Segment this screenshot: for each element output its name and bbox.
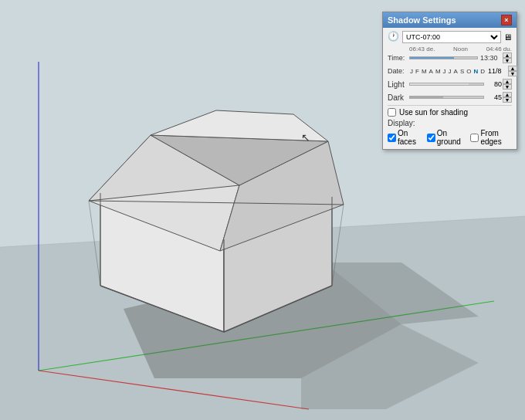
time-spin-up[interactable]: ▲ [503,52,512,58]
clock-icon: 🕐 [388,31,400,43]
use-sun-checkbox[interactable] [388,108,396,117]
light-label: Light [388,80,409,89]
time-label: Time: [388,54,409,62]
month-nov[interactable]: N [473,68,479,75]
svg-line-19 [332,205,344,286]
month-jul[interactable]: J [448,68,452,75]
svg-marker-14 [89,135,239,201]
time-slider[interactable] [409,52,478,63]
on-ground-label: On ground [437,129,465,146]
month-feb[interactable]: F [415,68,420,75]
on-ground-checkbox[interactable] [427,134,435,142]
svg-marker-7 [324,262,479,324]
dark-spinner[interactable]: ▲ ▼ [503,92,512,103]
svg-marker-15 [151,135,328,185]
month-jun[interactable]: J [442,68,447,75]
svg-marker-13 [220,141,344,251]
svg-line-5 [39,301,494,371]
month-mar[interactable]: M [421,68,428,75]
svg-line-18 [89,201,100,286]
time-spin-down[interactable]: ▼ [503,58,512,63]
dark-value: 45 [486,93,502,101]
close-button[interactable]: × [501,15,512,25]
light-spin-down[interactable]: ▼ [503,84,512,90]
cursor: ↖ [301,131,310,144]
svg-marker-1 [0,216,525,420]
dark-row: Dark 45 ▲ ▼ [388,92,512,103]
time-value: 13:30 [480,54,502,62]
on-faces-checkbox[interactable] [388,134,396,142]
svg-line-3 [39,371,309,409]
light-row: Light 80 ▲ ▼ [388,79,512,90]
divider1 [388,105,512,106]
dark-slider[interactable] [409,93,484,101]
time-sublabels: 06:43 de. Noon 04:46 du. [388,46,512,52]
month-dec[interactable]: D [479,68,486,75]
svg-marker-6 [124,262,401,378]
svg-line-21 [224,286,332,332]
time-row: Time: 13:30 ▲ ▼ [388,52,512,63]
month-apr[interactable]: A [428,68,434,75]
date-spin-up[interactable]: ▲ [508,66,517,71]
shadow-settings-panel: Shadow Settings × 🕐 UTC-07:00 🖥 06:43 de… [382,12,517,150]
from-edges-item: From edges [470,129,512,146]
svg-line-17 [89,201,344,205]
display-checkboxes: On faces On ground From edges [388,129,512,146]
on-ground-item: On ground [427,129,465,146]
on-faces-item: On faces [388,129,421,146]
timezone-row: 🕐 UTC-07:00 🖥 [388,31,512,43]
date-spin-down[interactable]: ▼ [508,71,517,76]
light-slider[interactable] [409,80,484,88]
time-spinner[interactable]: ▲ ▼ [503,52,512,63]
time-sub-left: 06:43 de. [409,46,435,52]
svg-marker-16 [151,110,328,141]
month-sep[interactable]: S [459,68,465,75]
panel-title: Shadow Settings [388,15,456,25]
time-sub-right: 04:46 du. [486,46,512,52]
svg-marker-10 [224,197,332,332]
dark-spin-down[interactable]: ▼ [503,97,512,103]
month-aug[interactable]: A [453,68,459,75]
timezone-select[interactable]: UTC-07:00 [402,31,501,43]
svg-marker-8 [301,324,479,409]
light-spinner[interactable]: ▲ ▼ [503,79,512,90]
date-value: 11/8 [488,67,507,75]
month-jan[interactable]: J [409,68,414,75]
use-sun-row: Use sun for shading [388,108,512,117]
from-edges-label: From edges [480,129,512,146]
svg-marker-9 [100,193,224,332]
timezone-extra-icon: 🖥 [503,32,512,42]
date-spinner[interactable]: ▲ ▼ [508,66,517,76]
dark-label: Dark [388,93,409,102]
light-value: 80 [486,80,502,88]
months-container: J F M A M J J A S O N D [409,68,486,75]
use-sun-label: Use sun for shading [399,108,468,117]
3d-viewport[interactable]: ↖ Shadow Settings × 🕐 UTC-07:00 🖥 06:43 … [0,0,525,420]
panel-body: 🕐 UTC-07:00 🖥 06:43 de. Noon 04:46 du. T… [383,28,517,149]
month-may[interactable]: M [435,68,442,75]
panel-titlebar: Shadow Settings × [383,12,517,28]
svg-marker-12 [89,135,239,251]
date-label: Date: [388,67,409,75]
svg-line-20 [100,286,224,332]
svg-marker-11 [100,147,332,239]
time-sub-mid: Noon [435,46,486,52]
from-edges-checkbox[interactable] [470,134,479,142]
display-label: Display: [388,119,512,127]
date-row: Date: J F M A M J J A S O N D 11/8 [388,66,512,76]
on-faces-label: On faces [398,129,421,146]
svg-line-2 [0,216,525,247]
month-oct[interactable]: O [466,68,472,75]
light-spin-up[interactable]: ▲ [503,79,512,84]
dark-spin-up[interactable]: ▲ [503,92,512,97]
